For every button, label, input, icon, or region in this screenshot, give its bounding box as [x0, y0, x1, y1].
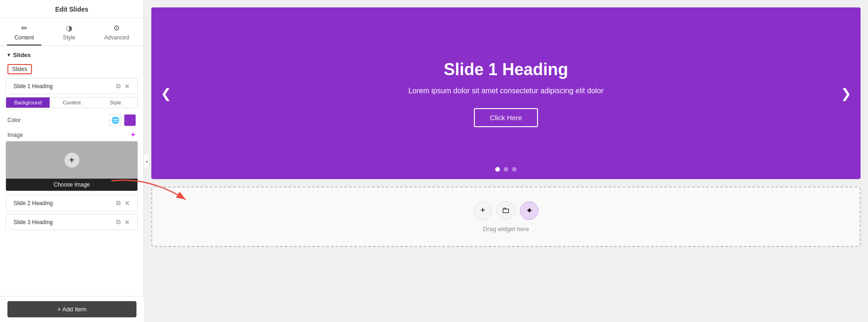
tab-content[interactable]: ✏ Content [7, 22, 41, 45]
dot-1[interactable] [495, 167, 500, 172]
slider-desc: Lorem ipsum dolor sit amet consectetur a… [408, 87, 604, 95]
slide1-row: Slide 1 Heading ⧉ ✕ [6, 78, 138, 94]
color-controls: 🌐 [109, 114, 136, 126]
slide3-copy-btn[interactable]: ⧉ [114, 217, 123, 227]
drop-zone: + 🗀 ✦ Drag widget here [151, 187, 861, 247]
pencil-icon: ✏ [21, 24, 27, 32]
gear-icon: ⚙ [113, 24, 120, 32]
color-swatch[interactable] [124, 114, 136, 126]
image-sparkle-btn[interactable]: ✦ [130, 130, 136, 139]
subtab-content[interactable]: Content [50, 97, 93, 108]
dot-3[interactable] [512, 167, 517, 172]
slider-heading: Slide 1 Heading [444, 60, 568, 79]
slider-dots [495, 167, 517, 172]
section-arrow-icon: ▾ [7, 52, 10, 58]
slider-next-btn[interactable]: ❯ [837, 82, 855, 105]
slide1-delete-btn[interactable]: ✕ [123, 82, 132, 91]
slide2-copy-btn[interactable]: ⧉ [114, 198, 123, 208]
dz-folder-btn[interactable]: 🗀 [497, 201, 515, 220]
slides-label-row: Slides [0, 62, 143, 78]
dz-sparkle-btn[interactable]: ✦ [520, 201, 538, 220]
slide1-copy-btn[interactable]: ⧉ [114, 81, 123, 91]
slider-cta-btn[interactable]: Click Here [474, 108, 538, 127]
slide1-label: Slide 1 Heading [13, 83, 114, 90]
image-upload-box[interactable]: + Choose Image [6, 141, 138, 191]
collapse-handle[interactable]: ◂ [144, 154, 149, 168]
slider-prev-btn[interactable]: ❮ [157, 82, 175, 105]
color-field-row: Color 🌐 [0, 112, 143, 129]
half-circle-icon: ◑ [66, 24, 72, 32]
dz-plus-btn[interactable]: + [473, 201, 492, 220]
add-item-btn[interactable]: + Add Item [7, 301, 136, 317]
image-label: Image [7, 132, 23, 138]
tab-style[interactable]: ◑ Style [55, 22, 83, 45]
dot-2[interactable] [504, 167, 508, 172]
slide3-delete-btn[interactable]: ✕ [123, 218, 132, 227]
tab-content-label: Content [14, 34, 34, 41]
left-panel: Edit Slides ✏ Content ◑ Style ⚙ Advanced… [0, 0, 144, 322]
drop-zone-icons: + 🗀 ✦ [473, 201, 538, 220]
tab-style-label: Style [63, 34, 75, 41]
slide2-delete-btn[interactable]: ✕ [123, 199, 132, 208]
section-label: Slides [13, 52, 31, 58]
image-plus-btn[interactable]: + [65, 153, 79, 167]
panel-footer: + Add Item [0, 296, 144, 322]
panel-content: ▾ Slides Slides Slide 1 Heading ⧉ ✕ Back… [0, 46, 143, 322]
tab-advanced[interactable]: ⚙ Advanced [97, 22, 136, 45]
slider-widget: ❮ Slide 1 Heading Lorem ipsum dolor sit … [151, 7, 861, 179]
tabs-row: ✏ Content ◑ Style ⚙ Advanced [0, 18, 143, 46]
slides-badge: Slides [7, 64, 32, 74]
main-area: ❮ Slide 1 Heading Lorem ipsum dolor sit … [144, 0, 868, 322]
color-label: Color [7, 117, 109, 123]
slide3-label: Slide 3 Heading [13, 219, 114, 225]
slide3-row: Slide 3 Heading ⧉ ✕ [6, 214, 138, 230]
section-header[interactable]: ▾ Slides [0, 46, 143, 62]
slide1-subtabs: Background Content Style [6, 97, 138, 108]
image-field-row: Image ✦ [0, 129, 143, 141]
slide2-label: Slide 2 Heading [13, 200, 114, 206]
slide2-row: Slide 2 Heading ⧉ ✕ [6, 195, 138, 211]
subtab-style[interactable]: Style [94, 97, 137, 108]
drop-zone-label: Drag widget here [483, 225, 529, 232]
choose-image-bar[interactable]: Choose Image [6, 179, 137, 191]
globe-btn[interactable]: 🌐 [109, 114, 121, 126]
panel-title: Edit Slides [0, 0, 143, 18]
subtab-background[interactable]: Background [6, 97, 50, 108]
tab-advanced-label: Advanced [104, 34, 129, 41]
image-preview-area: + [6, 142, 137, 179]
